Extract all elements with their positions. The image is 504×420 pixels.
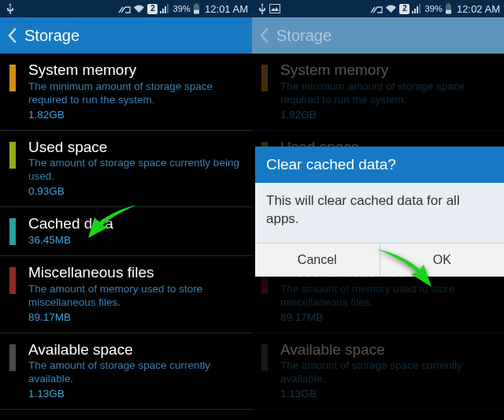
row-value: 1.82GB	[28, 109, 243, 121]
dialog-body: This will clear cached data for all apps…	[255, 183, 504, 243]
titlebar: Storage	[252, 17, 504, 54]
row-value: 1.82GB	[280, 109, 495, 121]
back-button[interactable]	[258, 27, 270, 44]
row-title: Available space	[280, 341, 495, 359]
row-value: 0.93GB	[28, 185, 243, 197]
back-button[interactable]	[6, 27, 18, 44]
battery-percentage: 39%	[424, 4, 443, 13]
wifi-icon	[385, 3, 397, 14]
usb-icon	[258, 3, 266, 14]
swatch-icon	[261, 65, 268, 91]
status-clock: 12:02 AM	[457, 3, 500, 15]
battery-icon	[193, 3, 200, 14]
dialog-buttons: Cancel OK	[255, 243, 504, 277]
row-value: 1.13GB	[280, 388, 495, 400]
row-available-space: Available space The amount of storage sp…	[252, 333, 504, 411]
status-bar: 2 39% 12:01 AM	[0, 0, 252, 17]
row-value: 89.17MB	[28, 311, 243, 323]
status-clock: 12:01 AM	[205, 3, 248, 15]
page-title: Storage	[24, 27, 80, 45]
dialog-clear-cache: Clear cached data? This will clear cache…	[255, 147, 504, 277]
swatch-icon	[9, 142, 16, 169]
swatch-icon	[9, 65, 16, 91]
row-desc: The amount of storage space currently av…	[28, 359, 243, 386]
row-title: Cached data	[28, 215, 243, 232]
row-title: Used space	[28, 139, 243, 156]
swatch-icon	[9, 218, 16, 245]
image-icon	[269, 3, 280, 14]
sim-badge: 2	[147, 4, 158, 14]
battery-percentage: 39%	[172, 4, 191, 13]
usb-icon	[6, 3, 14, 14]
row-desc: The amount of memory used to store misce…	[28, 283, 243, 310]
row-desc: The amount of storage space currently av…	[280, 359, 495, 386]
dialog-ok-button[interactable]: OK	[380, 243, 505, 277]
row-available-space[interactable]: Available space The amount of storage sp…	[0, 333, 252, 411]
storage-list: System memory The minimum amount of stor…	[0, 54, 252, 420]
swatch-icon	[9, 344, 16, 371]
row-misc-files[interactable]: Miscellaneous files The amount of memory…	[0, 256, 252, 333]
sim-badge: 2	[399, 4, 410, 14]
row-desc: The minimum amount of storage space requ…	[28, 80, 243, 107]
battery-icon	[445, 3, 452, 14]
svg-rect-5	[447, 3, 450, 5]
svg-rect-2	[194, 10, 199, 14]
phone-left: 2 39% 12:01 AM Storage System memory The…	[0, 0, 252, 420]
swatch-icon	[261, 344, 268, 371]
no-sim-icon	[370, 3, 383, 14]
row-value: 36.45MB	[28, 234, 243, 246]
row-value: 1.13GB	[28, 388, 243, 400]
row-used-space[interactable]: Used space The amount of storage space c…	[0, 131, 252, 208]
row-title: Available space	[28, 341, 243, 359]
row-desc: The amount of memory used to store misce…	[280, 283, 495, 310]
row-title: System memory	[280, 61, 495, 79]
page-title: Storage	[276, 27, 332, 45]
row-system-memory[interactable]: System memory The minimum amount of stor…	[0, 54, 252, 131]
row-value: 89.17MB	[280, 311, 495, 323]
signal-icon	[160, 3, 170, 14]
svg-rect-6	[446, 10, 451, 14]
row-cached-data[interactable]: Cached data 36.45MB	[0, 207, 252, 256]
row-title: System memory	[28, 61, 243, 79]
row-title: Miscellaneous files	[28, 264, 243, 281]
no-sim-icon	[118, 3, 131, 14]
svg-rect-1	[195, 3, 198, 5]
wifi-icon	[133, 3, 145, 14]
dialog-title: Clear cached data?	[255, 147, 504, 183]
titlebar: Storage	[0, 17, 252, 54]
signal-icon	[412, 3, 422, 14]
svg-rect-3	[270, 5, 280, 13]
dialog-cancel-button[interactable]: Cancel	[255, 243, 380, 277]
swatch-icon	[9, 267, 16, 294]
row-system-memory: System memory The minimum amount of stor…	[252, 54, 504, 131]
row-desc: The minimum amount of storage space requ…	[280, 80, 495, 107]
phone-right: 2 39% 12:02 AM Storage System memory The…	[252, 0, 504, 420]
status-bar: 2 39% 12:02 AM	[252, 0, 504, 17]
row-desc: The amount of storage space currently be…	[28, 157, 243, 184]
